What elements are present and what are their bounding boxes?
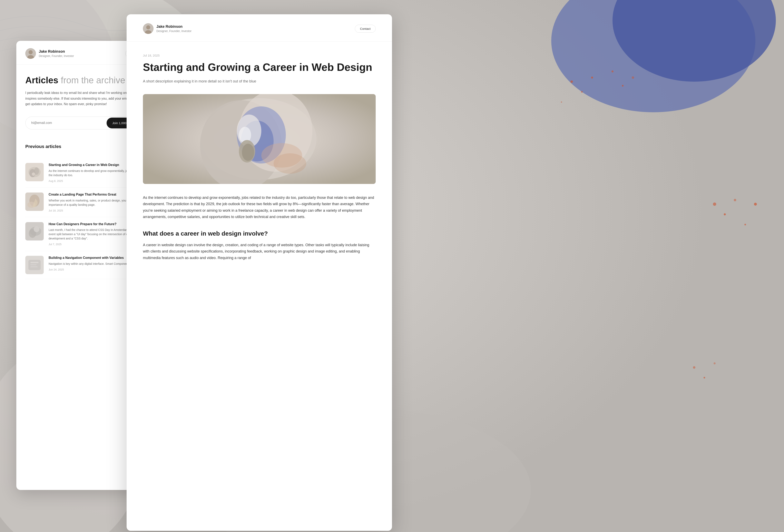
svg-point-14 [734,199,736,201]
article-subheading-1: What does a career in web design involve… [143,230,376,237]
svg-point-9 [612,71,614,73]
article-hero-image [143,94,376,184]
right-contact-button[interactable]: Contact [355,25,376,33]
avatar [25,48,36,59]
svg-point-15 [745,224,746,225]
article-meta-date: Jul 18, 2025 [143,54,376,57]
svg-point-5 [570,80,573,83]
svg-point-56 [274,153,306,174]
author-role: Designer, Founder, Investor [39,54,74,58]
article-short-description: A short description explaining it in mor… [143,78,376,84]
svg-rect-41 [30,262,38,263]
svg-point-7 [591,77,593,79]
svg-point-45 [146,25,150,29]
svg-point-16 [754,203,757,205]
svg-point-11 [632,76,634,79]
article-main-title: Starting and Growing a Career in Web Des… [143,61,376,74]
articles-section-title: Previous articles [25,144,61,149]
svg-point-6 [581,91,583,93]
svg-point-23 [29,50,33,54]
right-author-name: Jake Robinson [157,25,192,29]
right-author-text: Jake Robinson Designer, Founder, Investo… [157,25,192,33]
title-light: from the archive [61,75,125,85]
right-author-info: Jake Robinson Designer, Founder, Investo… [143,23,192,34]
right-panel-body: Jul 18, 2025 Starting and Growing a Care… [127,41,392,283]
svg-point-20 [713,362,716,364]
email-input[interactable] [26,117,106,129]
svg-point-13 [724,213,726,215]
right-avatar [143,23,153,34]
svg-point-19 [704,377,705,379]
article-thumbnail-2 [25,193,44,211]
author-info: Jake Robinson Designer, Founder, Investo… [25,48,74,59]
svg-point-8 [561,102,562,103]
article-thumbnail-4 [25,256,44,274]
svg-point-18 [693,366,695,369]
article-body-paragraph-1: As the internet continues to develop and… [143,195,376,220]
article-detail-panel: Jake Robinson Designer, Founder, Investo… [127,14,392,531]
article-thumbnail-1 [25,163,44,181]
svg-rect-43 [30,267,37,267]
svg-point-12 [713,202,716,206]
svg-point-31 [32,172,35,176]
svg-rect-42 [30,264,36,265]
article-body-paragraph-2: A career in website design can involve t… [143,242,376,261]
right-author-role: Designer, Founder, Investor [157,29,192,33]
svg-point-10 [622,85,623,87]
svg-point-38 [34,226,39,232]
title-bold: Articles [25,75,58,85]
right-panel-header: Jake Robinson Designer, Founder, Investo… [127,14,392,41]
author-name: Jake Robinson [39,49,74,54]
svg-point-58 [242,144,254,161]
article-thumbnail-3 [25,222,44,241]
author-text: Jake Robinson Designer, Founder, Investo… [39,49,74,58]
